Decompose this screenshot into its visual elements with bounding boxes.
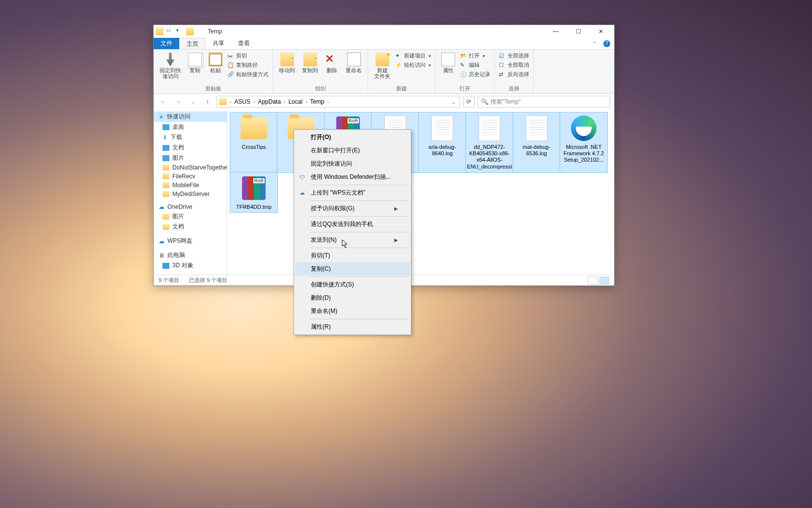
sidebar-wps[interactable]: ☁WPS网盘 (154, 236, 227, 246)
copy-button[interactable]: 复制 (186, 52, 204, 74)
edge-icon (568, 114, 599, 142)
menu-item[interactable]: 重命名(M) (295, 305, 410, 318)
tab-view[interactable]: 查看 (231, 38, 257, 49)
invertselect-button[interactable]: ⇄反向选择 (499, 70, 529, 79)
nav-recent-button[interactable]: ⌄ (187, 96, 199, 108)
sidebar-item-folder[interactable]: MobileFile (154, 181, 227, 190)
properties-icon (441, 53, 455, 66)
navigation-pane[interactable]: ★快速访问 桌面 ⬇下载 文档 图片 DoNotStarveTogether F… (154, 110, 227, 275)
tab-home[interactable]: 主页 (179, 38, 206, 49)
picture-icon (162, 155, 169, 161)
cloud-icon: ☁ (298, 189, 306, 197)
chevron-right-icon[interactable]: › (305, 99, 307, 105)
address-dropdown-button[interactable]: ⌄ (450, 99, 458, 105)
menu-item[interactable]: 🛡使用 Windows Defender扫描... (295, 170, 410, 184)
menu-item[interactable]: 在新窗口中打开(E) (295, 144, 410, 157)
open-button[interactable]: 📂打开▾ (460, 52, 490, 60)
copypath-button[interactable]: 📋复制路径 (227, 61, 269, 69)
sidebar-item-pictures[interactable]: 图片 (154, 153, 227, 163)
minimize-button[interactable]: — (544, 25, 567, 38)
ribbon-group-clipboard: 固定到快 速访问 复制 粘贴 ✂剪切 📋复制路径 🔗粘贴快捷方式 剪贴板 (154, 50, 273, 93)
maximize-button[interactable]: ☐ (567, 25, 590, 38)
sidebar-item-3dobjects[interactable]: 3D 对象 (154, 260, 227, 271)
tab-share[interactable]: 共享 (206, 38, 231, 49)
copyto-button[interactable]: 复制到 (300, 52, 320, 74)
refresh-button[interactable]: ⟳ (463, 96, 475, 108)
file-item[interactable]: mat-debug-6536.log (513, 113, 560, 172)
breadcrumb-seg[interactable]: ASUS (232, 98, 252, 105)
view-details-button[interactable] (588, 277, 597, 284)
copypath-icon: 📋 (227, 62, 234, 69)
close-button[interactable]: ✕ (590, 25, 612, 38)
tab-file[interactable]: 文件 (154, 38, 179, 49)
search-input[interactable]: 🔍 搜索"Temp" (478, 96, 610, 108)
breadcrumb-seg[interactable]: AppData (256, 98, 283, 105)
sidebar-item-folder[interactable]: DoNotStarveTogether (154, 163, 227, 172)
history-icon: 🕘 (460, 71, 467, 78)
view-icons-button[interactable] (599, 277, 609, 284)
qat-dropdown-icon[interactable]: ▾ (176, 28, 183, 35)
file-item[interactable]: TFRB4DD.tmp (230, 172, 277, 212)
newitem-button[interactable]: ✦新建项目▾ (395, 52, 431, 60)
file-icon[interactable]: ▭ (166, 28, 173, 35)
collapse-ribbon-button[interactable]: ⌃ (590, 38, 599, 49)
help-button[interactable]: ? (599, 38, 614, 49)
menu-item[interactable]: 属性(R) (295, 320, 410, 334)
newfolder-button[interactable]: 新建 文件夹 (372, 52, 392, 80)
easyaccess-button[interactable]: ⚡轻松访问▾ (395, 61, 431, 69)
sidebar-item-downloads[interactable]: ⬇下载 (154, 132, 227, 142)
moveto-button[interactable]: 移动到 (277, 52, 297, 74)
file-item[interactable]: Microsoft .NET Framework 4.7.2 Setup_202… (560, 113, 607, 172)
file-list[interactable]: CrossTips04 96 sesaria-debug-8640.logdd_… (227, 110, 614, 275)
menu-item-label: 授予访问权限(G) (311, 204, 354, 213)
address-bar[interactable]: › ASUS › AppData › Local › Temp › ⌄ (217, 96, 460, 108)
file-item[interactable]: aria-debug-8640.log (419, 113, 466, 172)
sidebar-item-folder[interactable]: FileRecv (154, 172, 227, 181)
chevron-right-icon[interactable]: › (327, 99, 329, 105)
sidebar-item-desktop[interactable]: 桌面 (154, 122, 227, 132)
menu-item[interactable]: 通过QQ发送到我的手机 (295, 218, 410, 231)
sidebar-quickaccess[interactable]: ★快速访问 (154, 112, 227, 122)
pin-button[interactable]: 固定到快 速访问 (158, 52, 183, 80)
nav-forward-button[interactable]: → (172, 96, 184, 108)
properties-button[interactable]: 属性 (439, 52, 457, 74)
menu-item[interactable]: 授予访问权限(G)▶ (295, 202, 410, 215)
file-item[interactable]: dd_NDP472-KB4054530-x86-x64-AllOS-ENU_de… (466, 113, 513, 172)
chevron-right-icon[interactable]: › (230, 99, 231, 105)
edit-button[interactable]: ✎编辑 (460, 61, 490, 69)
nav-back-button[interactable]: ← (158, 96, 169, 108)
menu-item[interactable]: 打开(O) (295, 131, 410, 144)
chevron-right-icon[interactable]: › (253, 99, 255, 105)
rename-button[interactable]: 重命名 (344, 52, 364, 74)
delete-button[interactable]: ✕删除 (323, 52, 341, 74)
chevron-right-icon[interactable]: › (284, 99, 285, 105)
delete-icon: ✕ (325, 53, 339, 66)
cut-button[interactable]: ✂剪切 (227, 52, 269, 60)
group-label: 选择 (499, 84, 529, 92)
menu-item[interactable]: ☁上传到 "WPS云文档" (295, 186, 410, 199)
menu-item[interactable]: 创建快捷方式(S) (295, 278, 410, 291)
pc-icon: 🖥 (159, 252, 164, 259)
titlebar[interactable]: ▭ ▾ Temp — ☐ ✕ (154, 25, 614, 38)
sidebar-item-documents[interactable]: 文档 (154, 142, 227, 153)
sidebar-item-folder[interactable]: 图片 (154, 211, 227, 222)
open-icon: 📂 (460, 53, 467, 59)
paste-button[interactable]: 粘贴 (207, 52, 224, 74)
breadcrumb-seg[interactable]: Temp (308, 98, 326, 105)
sidebar-item-folder[interactable]: MyDediServer (154, 190, 227, 198)
history-button[interactable]: 🕘历史记录 (460, 70, 490, 79)
sidebar-item-folder[interactable]: 文档 (154, 222, 227, 232)
sidebar-thispc[interactable]: 🖥此电脑 (154, 250, 227, 260)
menu-item[interactable]: 固定到快速访问 (295, 157, 410, 170)
selectnone-button[interactable]: ☐全部取消 (499, 61, 529, 69)
sidebar-onedrive[interactable]: ☁OneDrive (154, 202, 227, 211)
menu-item[interactable]: 发送到(N)▶ (295, 233, 410, 247)
menu-item[interactable]: 剪切(T) (295, 249, 410, 262)
file-item[interactable]: CrossTips (230, 113, 277, 172)
breadcrumb-seg[interactable]: Local (286, 98, 304, 105)
menu-item[interactable]: 复制(C) (295, 262, 410, 276)
selectall-button[interactable]: ☑全部选择 (499, 52, 529, 60)
nav-up-button[interactable]: ↑ (202, 96, 214, 108)
pasteshortcut-button[interactable]: 🔗粘贴快捷方式 (227, 70, 269, 79)
menu-item[interactable]: 删除(D) (295, 291, 410, 305)
